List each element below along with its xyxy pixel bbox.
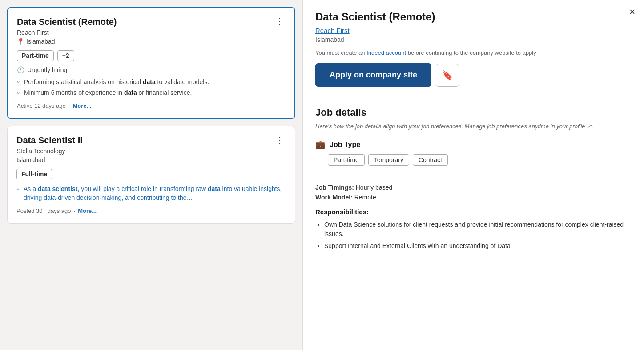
job-type-tags: Part-time Temporary Contract <box>328 154 632 166</box>
card-2-title-block: Data Scientist II Stella Technology Isla… <box>16 135 83 169</box>
card-1-header: Data Scientist (Remote) Reach First 📍 Is… <box>17 17 286 50</box>
card-2-menu-button[interactable]: ⋮ <box>274 135 286 144</box>
location-icon-1: 📍 <box>17 38 24 45</box>
right-job-title: Data Scientist (Remote) <box>315 11 632 23</box>
card-2-tags: Full-time <box>16 169 286 179</box>
right-company-link[interactable]: Reach First <box>315 27 632 34</box>
card-1-bullet-2-bold: data <box>124 89 137 96</box>
card-2-posted-date: Posted 30+ days ago <box>16 208 71 214</box>
card-1-urgent-text: Urgently hiring <box>27 66 67 73</box>
briefcase-icon: 💼 <box>315 140 325 150</box>
job-type-label: 💼 Job Type <box>315 140 632 150</box>
right-location: Islamabad <box>315 36 632 43</box>
job-timings-value: Hourly based <box>356 184 393 191</box>
card-2-title: Data Scientist II <box>16 135 83 146</box>
card-1-active-date: Active 12 days ago <box>17 102 66 109</box>
alert-text: You must create an Indeed account before… <box>315 49 632 56</box>
card-1-bullet-2: Minimum 6 months of experience in data o… <box>17 89 286 98</box>
card-2-footer: Posted 30+ days ago · More... <box>16 208 286 214</box>
job-timings-row: Job Timings: Hourly based <box>315 184 632 191</box>
job-details-title: Job details <box>315 107 632 118</box>
right-header: × Data Scientist (Remote) Reach First Is… <box>303 0 644 96</box>
card-2-header: Data Scientist II Stella Technology Isla… <box>16 135 286 169</box>
bookmark-icon: 🔖 <box>442 70 453 81</box>
job-details-subtitle: Here's how the job details align with yo… <box>315 122 632 131</box>
job-type-tag-contract: Contract <box>413 154 448 166</box>
job-type-tag-parttime: Part-time <box>328 154 365 166</box>
job-detail-panel: × Data Scientist (Remote) Reach First Is… <box>302 0 644 350</box>
action-row: Apply on company site 🔖 <box>315 63 632 87</box>
card-2-bullet-1-bold: data scientist <box>38 185 77 192</box>
card-1-bullet-1-bold: data <box>143 78 156 85</box>
card-1-location-row: 📍 Islamabad <box>17 38 117 45</box>
card-1-more-link[interactable]: More... <box>72 102 91 109</box>
card-1-footer: Active 12 days ago · More... <box>17 102 286 109</box>
separator-1: · <box>68 102 70 109</box>
card-1-tags: Part-time +2 <box>17 50 286 61</box>
card-1-title: Data Scientist (Remote) <box>17 17 117 27</box>
work-model-value: Remote <box>354 194 376 201</box>
close-button[interactable]: × <box>629 7 635 17</box>
resp-item-1: Own Data Science solutions for client re… <box>324 220 632 239</box>
clock-icon: 🕐 <box>17 66 24 73</box>
right-content: Job details Here's how the job details a… <box>303 96 644 350</box>
card-1-tag-parttime: Part-time <box>17 50 54 61</box>
card-1-menu-button[interactable]: ⋮ <box>273 17 286 26</box>
work-model-row: Work Model: Remote <box>315 194 632 201</box>
profile-link[interactable]: profile ↗ <box>569 123 592 130</box>
job-card-2[interactable]: Data Scientist II Stella Technology Isla… <box>7 126 295 224</box>
responsibilities-title: Responsibilities: <box>315 208 632 216</box>
card-2-tag-fulltime: Full-time <box>16 169 52 179</box>
separator-2: · <box>74 208 76 214</box>
card-1-location: Islamabad <box>26 38 55 45</box>
apply-button[interactable]: Apply on company site <box>315 63 431 87</box>
card-1-title-block: Data Scientist (Remote) Reach First 📍 Is… <box>17 17 117 50</box>
card-2-bullet-1: As a data scientist, you will play a cri… <box>16 185 286 202</box>
indeed-account-link[interactable]: Indeed account <box>366 49 406 56</box>
save-button[interactable]: 🔖 <box>436 64 459 87</box>
card-2-location-row: Islamabad <box>16 156 83 163</box>
card-2-location: Islamabad <box>16 156 45 163</box>
job-timings-label: Job Timings: <box>315 184 354 191</box>
responsibilities-list: Own Data Science solutions for client re… <box>315 220 632 251</box>
card-1-urgent: 🕐 Urgently hiring <box>17 66 286 73</box>
job-card-1[interactable]: Data Scientist (Remote) Reach First 📍 Is… <box>7 7 295 119</box>
card-1-tag-more: +2 <box>57 50 74 61</box>
card-2-bullet-1-bold2: data <box>208 185 221 192</box>
card-2-company: Stella Technology <box>16 147 83 155</box>
work-model-label: Work Model: <box>315 194 353 201</box>
job-list-panel: Data Scientist (Remote) Reach First 📍 Is… <box>0 0 302 350</box>
job-type-heading: Job Type <box>330 141 360 149</box>
card-2-more-link[interactable]: More... <box>78 208 97 214</box>
job-type-tag-temporary: Temporary <box>368 154 409 166</box>
card-2-bullets: As a data scientist, you will play a cri… <box>16 185 286 202</box>
card-1-company: Reach First <box>17 29 117 36</box>
card-1-bullets: Performing statistical analysis on histo… <box>17 78 286 97</box>
card-1-bullet-1: Performing statistical analysis on histo… <box>17 78 286 87</box>
job-type-section: 💼 Job Type Part-time Temporary Contract <box>315 140 632 175</box>
resp-item-2: Support Internal and External Clients wi… <box>324 241 632 251</box>
